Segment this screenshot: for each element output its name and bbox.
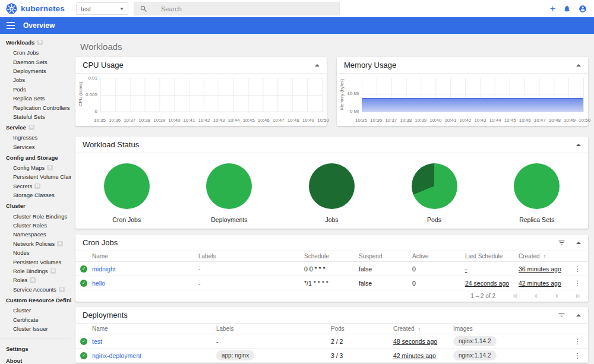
user-account-icon[interactable]	[579, 5, 587, 13]
column-header-active[interactable]: Active	[412, 253, 465, 259]
x-tick-label: 10:35	[94, 118, 106, 123]
sidebar-item-label: Persistent Volume Claims	[13, 173, 71, 180]
row-actions-menu-icon[interactable]: ⋮	[574, 265, 582, 273]
sidebar-item-services[interactable]: Services	[0, 143, 71, 151]
row-actions-menu-icon[interactable]: ⋮	[574, 337, 582, 346]
collapse-card-icon[interactable]	[576, 242, 581, 244]
sidebar-item-replica-sets[interactable]: Replica Sets	[0, 94, 71, 103]
sidebar-item-role-bindings[interactable]: Role BindingsN	[0, 267, 71, 276]
sidebar-section-label: Cluster	[0, 200, 71, 211]
namespace-value: test	[81, 5, 91, 12]
cronjob-name-link[interactable]: hello	[92, 280, 198, 287]
sidebar-item-daemon-sets[interactable]: Daemon Sets	[0, 57, 71, 66]
filter-icon[interactable]	[558, 239, 565, 246]
sidebar-item-persistent-volumes[interactable]: Persistent Volumes	[0, 257, 71, 266]
sidebar-item-label: Network Policies	[13, 240, 55, 247]
x-tick-label: 10:43	[213, 118, 225, 123]
sidebar-item-nodes[interactable]: Nodes	[0, 248, 71, 257]
kubernetes-brand[interactable]: kubernetes	[6, 3, 71, 14]
pie-chart[interactable]	[514, 163, 560, 209]
sidebar-item-label: Namespaces	[13, 231, 46, 238]
row-actions-menu-icon[interactable]: ⋮	[574, 352, 582, 360]
collapse-card-icon[interactable]	[576, 144, 581, 146]
sidebar-item-about[interactable]: About	[0, 354, 71, 364]
sidebar-item-deployments[interactable]: Deployments	[0, 67, 71, 75]
x-tick-label: 10:46	[519, 118, 531, 123]
sidebar-item-cron-jobs[interactable]: Cron Jobs	[0, 48, 71, 57]
sidebar-item-settings[interactable]: Settings	[0, 343, 71, 354]
x-tick-label: 10:48	[287, 118, 299, 123]
column-header-label: Name	[92, 253, 108, 259]
sidebar-item-pods[interactable]: Pods	[0, 85, 71, 94]
sidebar-item-config-maps[interactable]: Config MapsN	[0, 163, 71, 172]
collapse-card-icon[interactable]	[315, 64, 320, 67]
pie-chart-label: Cron Jobs	[112, 216, 141, 223]
sidebar-item-ingresses[interactable]: Ingresses	[0, 133, 71, 142]
pie-chart[interactable]	[206, 163, 252, 209]
sidebar-item-certificate[interactable]: Certificate	[0, 315, 71, 324]
last-page-icon[interactable]	[574, 293, 581, 299]
sidebar-item-service-accounts[interactable]: Service AccountsN	[0, 285, 71, 294]
search-input[interactable]	[160, 5, 334, 13]
filter-icon[interactable]	[558, 311, 565, 319]
sidebar-item-persistent-volume-claims[interactable]: Persistent Volume ClaimsN	[0, 172, 71, 181]
sidebar-item-cluster[interactable]: Cluster	[0, 306, 71, 315]
column-header-created[interactable]: Created↑	[393, 325, 453, 332]
column-header-last-schedule[interactable]: Last Schedule	[465, 253, 519, 259]
pie-chart[interactable]	[309, 163, 355, 209]
menu-hamburger-icon[interactable]	[7, 22, 15, 29]
prev-page-icon[interactable]	[533, 293, 539, 299]
sidebar-item-cluster-issuer[interactable]: Cluster Issuer	[0, 324, 71, 333]
cell-labels: -	[198, 280, 304, 287]
workload-pie-pods: Pods	[396, 163, 473, 223]
sidebar-item-cluster-role-bindings[interactable]: Cluster Role Bindings	[0, 211, 71, 220]
sidebar-item-jobs[interactable]: Jobs	[0, 75, 71, 84]
cronjob-name-link[interactable]: midnight	[92, 265, 198, 273]
sidebar-item-network-policies[interactable]: Network PoliciesN	[0, 239, 71, 248]
x-tick-label: 10:47	[534, 118, 546, 123]
x-tick-label: 10:48	[549, 118, 561, 123]
deployment-name-link[interactable]: test	[92, 338, 216, 345]
column-header-schedule[interactable]: Schedule	[304, 253, 359, 259]
create-resource-button[interactable]: +	[550, 4, 555, 14]
namespaced-badge: N	[47, 165, 53, 171]
pie-chart[interactable]	[104, 163, 150, 209]
column-header-created[interactable]: Created↑	[519, 253, 567, 259]
sidebar-item-label: Cluster Roles	[13, 222, 47, 229]
column-header-labels[interactable]: Labels	[198, 253, 304, 259]
column-header-images[interactable]: Images	[453, 325, 567, 332]
namespaced-badge: N	[29, 125, 34, 131]
first-page-icon[interactable]	[512, 293, 519, 299]
column-header-pods[interactable]: Pods	[331, 325, 393, 332]
collapse-card-icon[interactable]	[576, 64, 581, 67]
column-header-name[interactable]: Name	[92, 325, 216, 332]
column-header-label: Labels	[216, 325, 233, 332]
sidebar-item-stateful-sets[interactable]: Stateful Sets	[0, 112, 71, 121]
sidebar-item-label: Replication Controllers	[13, 105, 70, 111]
notifications-bell-icon[interactable]	[563, 5, 571, 12]
sidebar-item-roles[interactable]: RolesN	[0, 276, 71, 284]
search-bar[interactable]	[134, 2, 340, 15]
x-tick-label: 10:49	[302, 118, 314, 123]
sidebar-item-replication-controllers[interactable]: Replication Controllers	[0, 103, 71, 112]
pie-chart[interactable]	[412, 163, 457, 209]
sidebar-section-label: WorkloadsN	[0, 36, 71, 48]
sidebar-item-label: Roles	[13, 277, 27, 283]
column-header-labels[interactable]: Labels	[216, 325, 331, 332]
sidebar-item-namespaces[interactable]: Namespaces	[0, 230, 71, 239]
namespace-selector[interactable]: test	[76, 2, 128, 15]
sidebar-item-secrets[interactable]: SecretsN	[0, 182, 71, 191]
column-header-name[interactable]: Name	[92, 253, 198, 259]
next-page-icon[interactable]	[554, 293, 560, 299]
chevron-down-icon	[120, 8, 124, 10]
column-header-suspend[interactable]: Suspend	[359, 253, 412, 259]
x-tick-label: 10:45	[504, 118, 516, 123]
row-actions-menu-icon[interactable]: ⋮	[574, 279, 582, 287]
cell-labels: -	[198, 265, 304, 273]
sidebar-section-label: Config and Storage	[0, 151, 71, 163]
deployment-name-link[interactable]: nginx-deployment	[92, 352, 216, 359]
sidebar-item-cluster-roles[interactable]: Cluster Roles	[0, 221, 71, 230]
pie-chart-label: Replica Sets	[519, 216, 554, 223]
collapse-card-icon[interactable]	[576, 314, 581, 316]
sidebar-item-storage-classes[interactable]: Storage Classes	[0, 191, 71, 200]
